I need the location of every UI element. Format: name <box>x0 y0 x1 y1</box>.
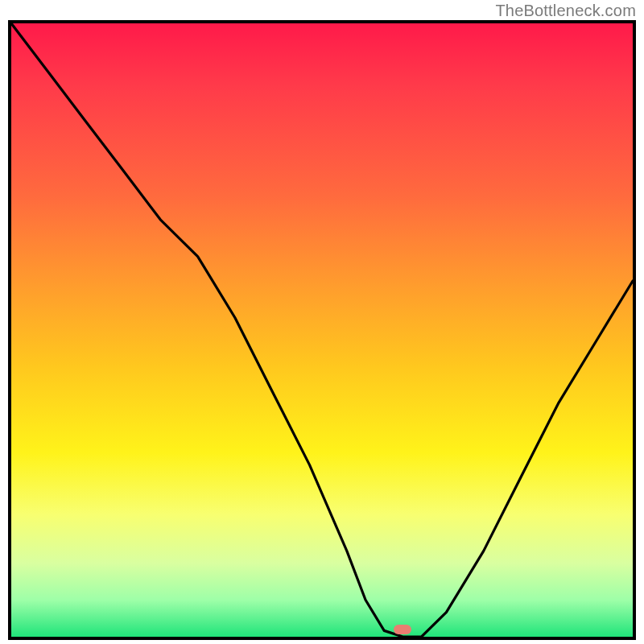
optimal-point-marker <box>394 625 411 634</box>
bottleneck-curve-path <box>11 23 633 637</box>
chart-container: TheBottleneck.com <box>0 0 644 644</box>
curve-layer <box>11 23 633 637</box>
watermark-text: TheBottleneck.com <box>495 2 636 20</box>
plot-frame <box>8 20 636 640</box>
